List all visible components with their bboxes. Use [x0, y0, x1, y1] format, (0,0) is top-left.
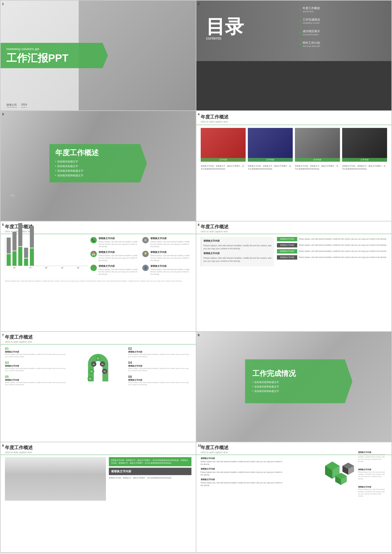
pin-icon: 📍: [91, 265, 97, 271]
slide-10: 年度工作概述 click to add caption text 请替换文字内容…: [196, 442, 392, 552]
slide8-title: 工作完成情况: [252, 369, 345, 378]
slide10-item-2: 请替换文字内容 Please replace text, click add r…: [201, 468, 283, 476]
slide-number-10: 10: [198, 444, 201, 447]
slide4-img-4: 文字内容: [342, 128, 387, 162]
slide4-photo-3: 文字内容: [295, 128, 340, 162]
slide7-title-4: 请替换文字内容: [128, 365, 191, 367]
bar-3: [18, 223, 22, 266]
slide8-bullet-3: 添加相关框和标题文字: [252, 390, 345, 393]
slide6-left-text-3: 请替换文字内容: [203, 252, 272, 255]
slide7-title-1: 请替换文字内容: [5, 351, 68, 353]
slide2-item-1: 年度工作概述 annual work: [300, 6, 382, 13]
slide7-item-right-3: 06 请替换文字内容 please replace, click add rel…: [128, 375, 191, 386]
slide3-bullet-2: 添加相关标题文字: [55, 164, 141, 168]
slide2-item-2: 工作完成情况 completion of work: [300, 18, 382, 24]
slide-number-2: 2: [198, 2, 200, 6]
slide7-center: 01 02 03 04 05 06: [71, 349, 125, 386]
slide4-text-2: 请替换文字内容。请替换文字，修改文字和图片，也可以直接复制你的内容到此处。: [248, 165, 293, 170]
slide2-item-3: 成功项目展示 successful project: [300, 29, 382, 36]
icon-text-6: 请替换文字内容 Please replace, click add releva…: [150, 265, 191, 276]
slide4-img-1: 文字内容: [201, 128, 246, 162]
slide10-item-title-2: 请替换文字内容: [201, 468, 283, 470]
slide7-left: 01 请替换文字内容 please replace, click add rel…: [5, 347, 68, 389]
slide3-title: 年度工作概述: [55, 148, 141, 158]
chart-bars: [5, 237, 88, 266]
slide9-desc: 请替换文字内容。请替换文字，修改文字和图片，也可以直接复制你的内容到此处。: [109, 476, 191, 479]
slide4-photos: 文字内容 文字内容 文字内容 文字内容: [196, 125, 392, 165]
slide7-desc-1: please replace, click add relevant headl…: [5, 353, 68, 358]
icon-text-5: 请替换文字内容 Please replace, click add releva…: [98, 265, 140, 276]
slide2-dot-2: [300, 20, 301, 22]
slide1-footer-company: 请替公司: [6, 103, 17, 107]
slide6-row-desc-4: Please replace, click add relevant headl…: [299, 256, 387, 259]
slide10-item-1: 请替换文字内容 Please replace text, click add r…: [201, 457, 283, 466]
bar-green-1: [7, 254, 11, 266]
slide6-row-1: 请替换文字内容 Please replace, click add releva…: [277, 237, 387, 241]
slide10-right-labels: 请替换文字内容 Please replace text, click add r…: [358, 451, 387, 497]
slide4-text-4: 请替换文字内容。请替换文字，修改文字和图片，也可以直接复制你的内容到此处。: [342, 165, 387, 170]
slide4-img-3: 文字内容: [295, 128, 340, 162]
slide-number-4: 4: [198, 112, 200, 116]
slide8-bullet-2: 添加相关框和标题文字: [252, 385, 345, 388]
slide7-num-6: 06: [128, 375, 191, 379]
slide10-right-label-1: 请替换文字内容 Please replace text, click add r…: [358, 451, 387, 463]
slide-9: 年度工作概述 click to add caption text 请替换文字内容…: [0, 442, 196, 552]
slide7-desc-2: please replace, click add relevant headl…: [128, 353, 191, 358]
slide7-item-left-2: 03 请替换文字内容 please replace, click add rel…: [5, 361, 68, 372]
slide7-num-2: 02: [128, 347, 191, 351]
bar-gray-4: [24, 248, 28, 258]
slide4-photo-1: 文字内容: [201, 128, 246, 162]
slide-4: 年度工作概述 click to add caption text 文字内容 文字…: [196, 111, 392, 221]
slide1-subtitle: marketing solutions ppt: [6, 47, 102, 51]
slide8-bullet-1: 添加相关框和标题文字: [252, 381, 345, 384]
slide9-right: 请替换文字内容。请替换文字，修改文字和图片，也可以直接复制你的内容到此处。请替换…: [109, 457, 191, 501]
slide6-left-panel: 请替换文字内容 Please replace, click add releva…: [201, 237, 274, 266]
slide3-content-overlay: 年度工作概述 添加相关标题文字 添加相关标题文字 添加相关框和标题文字 添加相关…: [49, 144, 147, 182]
slide4-label-1: 文字内容: [201, 158, 246, 162]
svg-text:04: 04: [91, 370, 93, 373]
slide4-text-row: 请替换文字内容。请替换文字，修改文字和图片，也可以直接复制你的内容到此处。 请替…: [196, 165, 392, 173]
slide10-item-title-3: 请替换文字内容: [201, 478, 283, 481]
slide5-content: 55 70 85 40 80 📞 请替换文字内容 Please replace,…: [0, 234, 196, 278]
bar-1: [7, 238, 11, 266]
slide9-dark-label: 请替换文字内容: [109, 468, 191, 475]
slide6-left-text-2: Please replace, click add relevant headl…: [203, 244, 272, 250]
chart-label-3: 85: [45, 267, 47, 269]
slide6-header: 年度工作概述 click to add caption text: [196, 221, 392, 234]
slide6-title: 年度工作概述: [201, 224, 387, 230]
slide7-desc-4: please replace, click add relevant headl…: [128, 367, 191, 372]
icon-item-1: 📞 请替换文字内容 Please replace, click add rele…: [91, 237, 140, 248]
slide10-left: 请替换文字内容 Please replace text, click add r…: [201, 457, 283, 498]
person-icon: 👤: [142, 265, 149, 271]
slide6-row-2: 请替换文字内容 Please replace, click add releva…: [277, 243, 387, 247]
slide2-dot-3: [300, 32, 301, 33]
slide7-num-3: 03: [5, 361, 68, 365]
bar-gray-5: [30, 226, 34, 248]
slide-number-9: 9: [2, 444, 4, 447]
slide1-title: 工作汇报PPT: [6, 52, 102, 64]
slide4-label-4: 文字内容: [342, 158, 387, 162]
slide1-footer-year: 2024: [21, 103, 27, 107]
slide6-row-desc-2: Please replace, click add relevant headl…: [299, 244, 387, 246]
slide10-right-label-2: 请替换文字内容 Please replace text, click add r…: [358, 468, 387, 480]
bar-gray-1: [7, 238, 11, 254]
gear-icon: ⚙: [142, 237, 149, 243]
slide4-title: 年度工作概述: [201, 114, 387, 120]
slide6-left-text-1: 请替换文字内容: [203, 239, 272, 243]
svg-text:01: 01: [93, 363, 95, 365]
icon-item-2: ⚙ 请替换文字内容 Please replace, click add rele…: [142, 237, 191, 248]
slide5-icons: 📞 请替换文字内容 Please replace, click add rele…: [91, 237, 191, 276]
bar-2: [13, 232, 16, 266]
slide6-right-panel: 请替换文字内容 Please replace, click add releva…: [277, 237, 387, 266]
slide6-content: 请替换文字内容 Please replace, click add releva…: [196, 234, 392, 269]
slide7-content: 01 请替换文字内容 please replace, click add rel…: [0, 344, 196, 391]
slide7-desc-5: please replace, click add relevant headl…: [5, 381, 68, 386]
slide10-item-3: 请替换文字内容 Please replace text, click add r…: [201, 478, 283, 487]
slide-5: 年度工作概述 click to add caption text: [0, 221, 196, 331]
bar-green-4: [24, 258, 28, 266]
slide7-desc-6: please replace, click add relevant headl…: [128, 381, 191, 386]
slide-3: ✏ 年度工作概述 添加相关标题文字 添加相关标题文字 添加相关框和标题文字 添加…: [0, 111, 196, 221]
slide6-tag-2: 请替换文字内容: [277, 243, 297, 247]
icon-item-6: 👤 请替换文字内容 Please replace, click add rele…: [142, 265, 191, 276]
slide4-label-3: 文字内容: [295, 158, 340, 162]
